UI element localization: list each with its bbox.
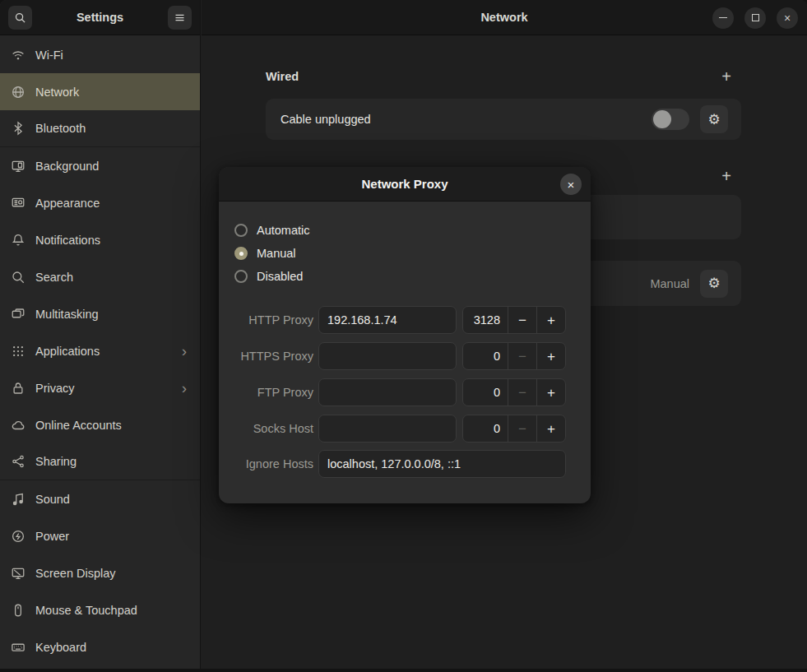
sidebar: Settings Wi-Fi Network Bluetooth <box>0 0 201 669</box>
ftp-proxy-label: FTP Proxy <box>219 378 313 406</box>
main-headerbar: Network × <box>202 0 807 35</box>
background-icon <box>10 158 26 174</box>
sidebar-item-sharing[interactable]: Sharing <box>0 443 200 480</box>
socks-port-increment-button[interactable]: + <box>537 415 565 442</box>
minimize-icon <box>719 17 727 18</box>
ftp-port-increment-button[interactable]: + <box>537 379 565 406</box>
network-proxy-dialog: Network Proxy × Automatic Manual Disable… <box>219 167 591 503</box>
sidebar-item-label: Power <box>35 530 190 543</box>
search-button[interactable] <box>8 6 32 30</box>
gear-icon: ⚙ <box>707 276 720 290</box>
cloud-icon <box>10 417 26 433</box>
sidebar-item-label: Appearance <box>35 197 190 210</box>
http-proxy-input[interactable] <box>318 306 457 334</box>
radio-on-icon <box>234 247 248 260</box>
sidebar-item-keyboard[interactable]: Keyboard <box>0 628 200 665</box>
sidebar-item-label: Background <box>35 160 190 173</box>
sidebar-item-screen-display[interactable]: Screen Display <box>0 554 200 591</box>
maximize-icon <box>752 14 759 21</box>
sidebar-item-label: Applications <box>35 345 173 358</box>
ignore-hosts-input[interactable] <box>318 450 566 478</box>
proxy-settings-button[interactable]: ⚙ <box>700 270 728 298</box>
proxy-mode-group: Automatic Manual Disabled <box>234 219 309 288</box>
https-port-spinner: − + <box>462 342 566 370</box>
socks-host-label: Socks Host <box>219 415 313 443</box>
https-port-decrement-button: − <box>508 343 536 369</box>
sidebar-item-wifi[interactable]: Wi-Fi <box>0 36 200 73</box>
http-port-increment-button[interactable]: + <box>537 307 565 333</box>
search-icon <box>14 12 26 24</box>
sidebar-headerbar: Settings <box>0 0 200 35</box>
sidebar-item-privacy[interactable]: Privacy › <box>0 369 200 406</box>
sidebar-item-label: Keyboard <box>35 641 190 654</box>
maximize-button[interactable] <box>744 7 766 29</box>
close-icon: × <box>568 178 575 192</box>
window-controls: × <box>712 0 798 35</box>
wired-section-title: Wired <box>266 70 299 83</box>
radio-label: Disabled <box>257 270 303 283</box>
ftp-port-decrement-button: − <box>508 379 536 406</box>
add-vpn-button[interactable]: + <box>715 165 738 187</box>
socks-host-input[interactable] <box>318 415 457 443</box>
sidebar-item-background[interactable]: Background <box>0 147 200 184</box>
proxy-mode-manual[interactable]: Manual <box>234 242 309 265</box>
hamburger-icon <box>174 12 186 24</box>
add-wired-connection-button[interactable]: + <box>715 66 738 87</box>
http-proxy-label: HTTP Proxy <box>219 306 313 334</box>
ftp-port-input[interactable] <box>463 379 508 406</box>
radio-off-icon <box>234 224 248 237</box>
sidebar-item-applications[interactable]: Applications › <box>0 332 200 369</box>
close-icon: × <box>784 12 791 25</box>
https-proxy-input[interactable] <box>318 342 457 370</box>
https-port-increment-button[interactable]: + <box>537 343 565 369</box>
sidebar-item-label: Sound <box>35 493 190 506</box>
http-port-decrement-button[interactable]: − <box>508 307 536 333</box>
ftp-proxy-input[interactable] <box>318 378 457 406</box>
minimize-button[interactable] <box>712 7 734 29</box>
sidebar-item-network[interactable]: Network <box>0 73 200 110</box>
sidebar-item-label: Online Accounts <box>35 419 190 432</box>
sidebar-item-label: Notifications <box>35 234 190 247</box>
dialog-title: Network Proxy <box>361 177 448 191</box>
display-icon <box>10 565 26 582</box>
sidebar-item-label: Wi-Fi <box>35 49 190 62</box>
ignore-hosts-label: Ignore Hosts <box>219 450 313 478</box>
sidebar-item-power[interactable]: Power <box>0 517 200 554</box>
wifi-icon <box>10 47 26 63</box>
wired-settings-button[interactable]: ⚙ <box>700 105 728 133</box>
sidebar-item-label: Sharing <box>35 455 190 468</box>
radio-label: Manual <box>257 247 296 260</box>
close-button[interactable]: × <box>777 7 798 29</box>
https-port-input[interactable] <box>463 343 508 369</box>
mouse-icon <box>10 602 26 619</box>
power-icon <box>10 528 26 545</box>
music-note-icon <box>10 491 26 507</box>
dialog-close-button[interactable]: × <box>560 174 582 195</box>
window-bottom-edge <box>0 669 807 672</box>
sidebar-item-label: Mouse & Touchpad <box>35 604 190 617</box>
sidebar-item-label: Multitasking <box>35 308 190 321</box>
radio-off-icon <box>234 270 248 283</box>
proxy-mode-disabled[interactable]: Disabled <box>234 265 309 288</box>
sidebar-item-sound[interactable]: Sound <box>0 480 200 517</box>
sidebar-item-multitasking[interactable]: Multitasking <box>0 295 200 332</box>
app-title: Settings <box>32 11 168 24</box>
sidebar-item-label: Bluetooth <box>35 122 190 135</box>
sidebar-item-appearance[interactable]: Appearance <box>0 184 200 221</box>
menu-button[interactable] <box>168 6 192 30</box>
wired-toggle-switch[interactable] <box>652 109 689 130</box>
proxy-mode-automatic[interactable]: Automatic <box>234 219 309 242</box>
http-port-input[interactable] <box>463 307 508 333</box>
plus-icon: + <box>721 67 731 86</box>
app-grid-icon <box>10 343 26 359</box>
https-proxy-label: HTTPS Proxy <box>219 342 313 370</box>
sidebar-item-online-accounts[interactable]: Online Accounts <box>0 406 200 443</box>
search-icon <box>10 269 26 285</box>
sidebar-item-notifications[interactable]: Notifications <box>0 221 200 258</box>
share-icon <box>10 453 26 470</box>
wired-connection-row: Cable unplugged ⚙ <box>266 99 741 140</box>
sidebar-item-bluetooth[interactable]: Bluetooth <box>0 110 200 147</box>
socks-port-input[interactable] <box>463 415 508 442</box>
sidebar-item-mouse-touchpad[interactable]: Mouse & Touchpad <box>0 591 200 628</box>
sidebar-item-search[interactable]: Search <box>0 258 200 295</box>
